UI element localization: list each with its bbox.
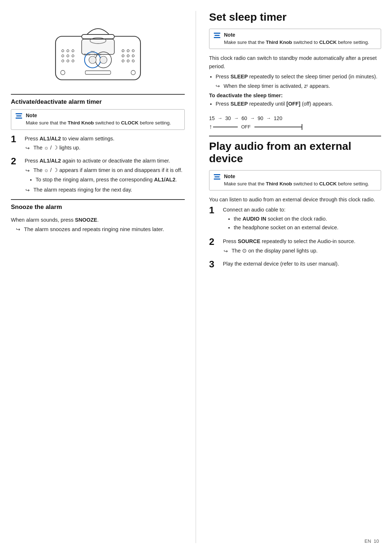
sleep-num-15: 15	[209, 115, 215, 121]
play-step-number-3: 3	[209, 259, 223, 269]
play-intro: You can listen to audio from an external…	[209, 196, 381, 204]
arrow-sym-2b: ↪	[25, 186, 31, 194]
sleep-num-90: 90	[258, 115, 264, 121]
alarm-step-2: 2 Press AL1/AL2 again to activate or dea…	[11, 157, 185, 194]
note-text-alarm: Make sure that the Third Knob switched t…	[26, 120, 171, 126]
note-text-sleep: Make sure that the Third Knob switched t…	[224, 40, 369, 45]
sleep-arrow-1: →	[218, 115, 222, 121]
note-box-alarm: Note Make sure that the Third Knob switc…	[11, 109, 185, 130]
play-step-1-bullets: the AUDIO IN socket on the clock radio. …	[227, 215, 381, 232]
step-2-arrow-1: The ☼ / ☽ appears if alarm timer is on a…	[33, 167, 182, 175]
note-icon	[15, 113, 23, 120]
sleep-numbers: 15 → 30 → 60 → 90 → 120	[209, 115, 282, 121]
note-box-sleep: Note Make sure that the Third Knob switc…	[209, 29, 381, 49]
deactivate-step: Press SLEEP repeatedly until [OFF] (off)…	[216, 100, 381, 108]
section-divider-1	[11, 94, 185, 95]
off-text: OFF	[238, 124, 254, 130]
up-arrow: ↑	[209, 123, 212, 131]
step-1-arrow-text: The ☼ / ☽ lights up.	[33, 144, 80, 152]
sleep-arrow-4: →	[266, 115, 271, 121]
step-2-bullets: To stop the ringing alarm, press the cor…	[29, 176, 185, 184]
device-illustration: FM BUZZ ··· DOCK	[11, 15, 185, 85]
section-title-alarm: Activate/deactivate alarm timer	[11, 98, 185, 106]
play-step-3: 3 Play the external device (refer to its…	[209, 260, 381, 269]
note-label-play: Note	[224, 173, 369, 179]
sleep-arrow-text: When the sleep timer is activated, zᶡ ap…	[224, 82, 330, 90]
play-step-content-1: Connect an audio cable to: the AUDIO IN …	[223, 206, 381, 233]
svg-point-24	[89, 56, 96, 63]
step-content-1: Press AL1/AL2 to view alarm settings. ↪ …	[25, 135, 185, 152]
play-step-number-2: 2	[209, 237, 223, 246]
snooze-section: When alarm sounds, press SNOOZE. ↪ The a…	[11, 216, 185, 232]
alarm-steps: 1 Press AL1/AL2 to view alarm settings. …	[11, 135, 185, 194]
svg-text:BUZZ ··· DOCK: BUZZ ··· DOCK	[83, 53, 101, 56]
step-number-1: 1	[11, 134, 25, 144]
right-column: Set sleep timer Note Make sure that the …	[196, 11, 381, 543]
alarm-step-1: 1 Press AL1/AL2 to view alarm settings. …	[11, 135, 185, 152]
deactivate-label: To deactivate the sleep timer:	[209, 93, 381, 98]
footer-page: 10	[374, 538, 379, 544]
page-footer: EN 10	[364, 538, 379, 544]
play-steps: 1 Connect an audio cable to: the AUDIO I…	[209, 206, 381, 269]
play-step-content-3: Play the external device (refer to its u…	[223, 260, 381, 268]
off-bar-row: ↑ OFF	[209, 123, 302, 131]
svg-text:FM: FM	[90, 50, 94, 53]
deactivate-steps: Press SLEEP repeatedly until [OFF] (off)…	[216, 100, 381, 108]
step-2-arrow-2: The alarm repeats ringing for the next d…	[33, 186, 132, 194]
note-text-play: Make sure that the Third Knob switched t…	[224, 181, 369, 186]
section-divider-right	[209, 136, 381, 136]
play-bullet-2: the headphone socket on an external devi…	[234, 224, 381, 232]
note-icon-play	[213, 174, 221, 181]
play-step-2: 2 Press SOURCE repeatedly to select the …	[209, 238, 381, 255]
snooze-arrow-text: The alarm snoozes and repeats ringing ni…	[24, 226, 164, 232]
sleep-arrow-sym: ↪	[216, 82, 221, 90]
sleep-arrow-3: →	[250, 115, 255, 121]
step-content-2: Press AL1/AL2 again to activate or deact…	[25, 157, 185, 194]
sleep-diagram: 15 → 30 → 60 → 90 → 120 ↑ OFF	[209, 115, 381, 131]
sleep-num-30: 30	[225, 115, 231, 121]
svg-point-25	[100, 56, 107, 63]
arrow-sym-2a: ↪	[25, 167, 31, 175]
sleep-num-60: 60	[241, 115, 247, 121]
snooze-intro: When alarm sounds, press SNOOZE.	[11, 216, 185, 224]
section-title-play: Play audio from an external device	[209, 140, 381, 165]
play-arrow-text-2: The ⊙ on the display panel lights up.	[232, 247, 318, 255]
left-column: FM BUZZ ··· DOCK Activate/deactivate ala…	[11, 11, 196, 543]
play-step-number-1: 1	[209, 205, 223, 215]
svg-rect-1	[82, 34, 114, 39]
play-bullet-1: the AUDIO IN socket on the clock radio.	[234, 215, 381, 223]
section-divider-2	[11, 199, 185, 200]
step-number-2: 2	[11, 156, 25, 166]
play-arrow-sym-2: ↪	[224, 247, 229, 255]
play-step-1: 1 Connect an audio cable to: the AUDIO I…	[209, 206, 381, 233]
footer-lang: EN	[364, 538, 371, 544]
sleep-steps: Press SLEEP repeatedly to select the sle…	[216, 73, 381, 90]
sleep-intro: This clock radio can switch to standby m…	[209, 54, 381, 70]
sleep-step-bullet: Press SLEEP repeatedly to select the sle…	[216, 73, 381, 90]
sleep-arrow-2: →	[234, 115, 238, 121]
arrow-sym: ↪	[25, 144, 31, 152]
note-box-play: Note Make sure that the Third Knob switc…	[209, 170, 381, 191]
section-title-snooze: Snooze the alarm	[11, 204, 185, 211]
snooze-arrow-sym: ↪	[16, 226, 22, 232]
section-title-sleep: Set sleep timer	[209, 11, 381, 24]
sleep-num-120: 120	[274, 115, 282, 121]
note-icon-sleep	[213, 33, 221, 39]
svg-rect-20	[82, 39, 114, 54]
step-2-bullet-1: To stop the ringing alarm, press the cor…	[36, 176, 185, 184]
note-label: Note	[26, 112, 171, 118]
note-label-sleep: Note	[224, 32, 369, 38]
play-step-content-2: Press SOURCE repeatedly to select the Au…	[223, 238, 381, 255]
